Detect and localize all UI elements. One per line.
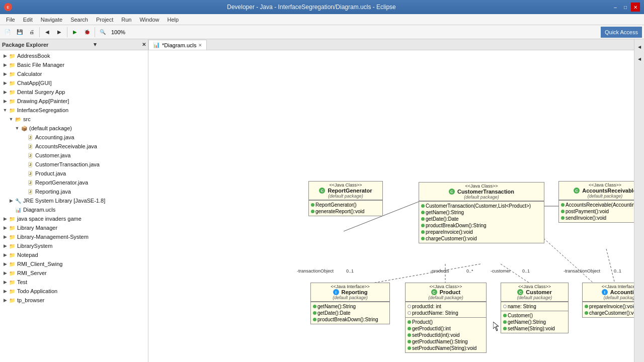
uml-header: <<Java Class>> C AccountsReceivable (def… [559,182,634,200]
tree-item-chatapp[interactable]: ▶ 📁 ChatApp[GUI] [0,78,148,87]
toggle-icon[interactable]: ▶ [2,71,8,76]
toggle-icon[interactable]: ▶ [2,280,8,285]
maximize-button[interactable]: □ [621,3,630,12]
file-tree: ▶ 📁 AddressBook ▶ 📁 Basic File Manager ▶… [0,50,148,362]
uml-header: <<Java Class>> C Customer (default packa… [501,283,568,302]
toggle-icon[interactable]: ▶ [2,234,8,239]
toggle-icon[interactable]: ▶ [2,99,8,104]
toggle-icon[interactable]: ▶ [2,62,8,67]
toggle-icon[interactable]: ▶ [2,80,8,85]
tree-item-interfaceseg[interactable]: ▼ 📁 InterfaceSegregation [0,106,148,115]
right-panel-btn-2[interactable]: ◀ [634,53,645,64]
tree-item-accountsreceivable-java[interactable]: J AccountsReceivable.java [0,142,148,151]
tree-item-spaceinvaders[interactable]: ▶ 📁 java space invaders game [0,214,148,223]
uml-reporting[interactable]: <<Java Interface>> I Reporting (default … [310,283,390,324]
uml-accounting[interactable]: <<Java Interface>> I Accounting (default… [582,283,634,318]
tree-item-diagram-ucls[interactable]: 📊 Diagram.ucls [0,205,148,214]
tree-item-drawingapp[interactable]: ▶ 📁 Drawing App[Painter] [0,97,148,106]
tree-item-notepad[interactable]: ▶ 📁 Notepad [0,250,148,259]
toggle-icon[interactable]: ▶ [2,252,8,257]
uml-customertransaction[interactable]: <<Java Class>> C CustomerTransaction (de… [419,182,544,243]
tree-item-test[interactable]: ▶ 📁 Test [0,278,148,287]
zoom-out-button[interactable]: 🔍 [97,27,108,38]
tree-item-librarymgmt[interactable]: ▶ 📁 Library-Management-System [0,232,148,241]
back-button[interactable]: ◀ [42,27,53,38]
tree-item-todo[interactable]: ▶ 📁 Todo Application [0,287,148,296]
svg-text:0..1: 0..1 [346,268,354,274]
debug-button[interactable]: 🐞 [82,27,93,38]
tree-item-reporting-java[interactable]: J Reporting.java [0,187,148,196]
tree-item-accounting-java[interactable]: J Accounting.java [0,133,148,142]
uml-header: <<Java Class>> C CustomerTransaction (de… [419,183,544,201]
uml-customer[interactable]: <<Java Class>> C Customer (default packa… [501,283,569,333]
uml-package: (default package) [311,194,380,199]
tree-item-jre[interactable]: ▶ 🔧 JRE System Library [JavaSE-1.8] [0,196,148,205]
tree-item-rmiclient[interactable]: ▶ 📁 RMI_Client_Swing [0,259,148,268]
forward-button[interactable]: ▶ [54,27,65,38]
right-panel-btn-1[interactable]: ◀ [634,41,645,52]
sidebar-close-icon[interactable]: ✕ [142,42,146,47]
uml-method: getDate():Date [421,216,542,222]
java-file-icon: J [26,160,34,168]
toggle-icon[interactable]: ▶ [2,298,8,303]
tree-item-tpbrowser[interactable]: ▶ 📁 tp_browser [0,296,148,305]
menu-run[interactable]: Run [117,16,135,24]
tree-item-librarymanager[interactable]: ▶ 📁 Library Manager [0,223,148,232]
window-controls[interactable]: – □ ✕ [611,3,640,12]
toggle-icon[interactable]: ▶ [2,243,8,248]
diagram-canvas[interactable]: -transactionObject 0..1 -products 0..* -… [148,50,634,362]
tree-item-calculator[interactable]: ▶ 📁 Calculator [0,69,148,78]
toggle-icon[interactable]: ▼ [14,126,20,131]
tree-item-librarysystem[interactable]: ▶ 📁 LibrarySystem [0,241,148,250]
java-file-icon: J [26,151,34,159]
menu-window[interactable]: Window [135,16,163,24]
toggle-icon[interactable]: ▶ [2,53,8,58]
uml-accountsreceivable-class[interactable]: <<Java Class>> C AccountsReceivable (def… [558,181,634,223]
toggle-icon[interactable]: ▶ [8,198,14,203]
uml-package: (default package) [503,295,566,300]
uml-package: (default package) [585,295,634,300]
toggle-icon[interactable]: ▶ [2,289,8,294]
tree-item-rmiserver[interactable]: ▶ 📁 RMI_Server [0,268,148,278]
toggle-icon[interactable]: ▼ [2,108,8,113]
sidebar-menu-icon[interactable]: ▾ [94,41,97,48]
menu-search[interactable]: Search [66,16,92,24]
project-icon: 📁 [8,233,16,241]
toggle-icon[interactable]: ▶ [2,225,8,230]
tree-item-productgenerator-java[interactable]: J ReportGenerator.java [0,178,148,187]
new-button[interactable]: 📄 [2,27,13,38]
toggle-icon[interactable]: ▶ [2,261,8,266]
run-button[interactable]: ▶ [69,27,80,38]
quick-access-button[interactable]: Quick Access [601,27,642,38]
minimize-button[interactable]: – [611,3,620,12]
tree-item-product-java[interactable]: J Product.java [0,169,148,178]
tree-item-addressbook[interactable]: ▶ 📁 AddressBook [0,51,148,60]
tree-item-defaultpkg[interactable]: ▼ 📦 (default package) [0,124,148,133]
uml-product[interactable]: <<Java Class>> C Product (default packag… [405,283,487,353]
toggle-icon[interactable]: ▼ [8,117,14,122]
tree-item-src[interactable]: ▼ 📂 src [0,115,148,124]
editor-tab-diagram[interactable]: 📊 *Diagram.ucls ✕ [148,40,207,50]
save-button[interactable]: 💾 [14,27,25,38]
menu-edit[interactable]: Edit [19,16,37,24]
menu-help[interactable]: Help [164,16,183,24]
field-icon [503,305,507,308]
ucls-icon: 📊 [14,206,22,214]
toggle-icon[interactable]: ▶ [2,89,8,95]
toggle-icon[interactable]: ▶ [2,270,8,276]
uml-classname: Accounting [610,289,634,295]
tree-label: Accounting.java [35,134,74,140]
uml-reportgenerator[interactable]: <<Java Class>> C ReportGenerator (defaul… [308,181,383,216]
tree-item-dentalsurgery[interactable]: ▶ 📁 Dental Surgery App [0,87,148,97]
menu-file[interactable]: File [2,16,19,24]
tree-item-basicfilemanager[interactable]: ▶ 📁 Basic File Manager [0,60,148,69]
tree-item-customertransaction-java[interactable]: J CustomerTransaction.java [0,160,148,169]
menu-navigate[interactable]: Navigate [37,16,66,24]
tree-item-customer-java[interactable]: J Customer.java [0,151,148,160]
toggle-icon[interactable]: ▶ [2,216,8,221]
menu-project[interactable]: Project [92,16,117,24]
print-button[interactable]: 🖨 [26,27,37,38]
tab-close-icon[interactable]: ✕ [198,43,202,48]
project-icon: 📁 [8,269,16,277]
close-button[interactable]: ✕ [631,3,640,12]
